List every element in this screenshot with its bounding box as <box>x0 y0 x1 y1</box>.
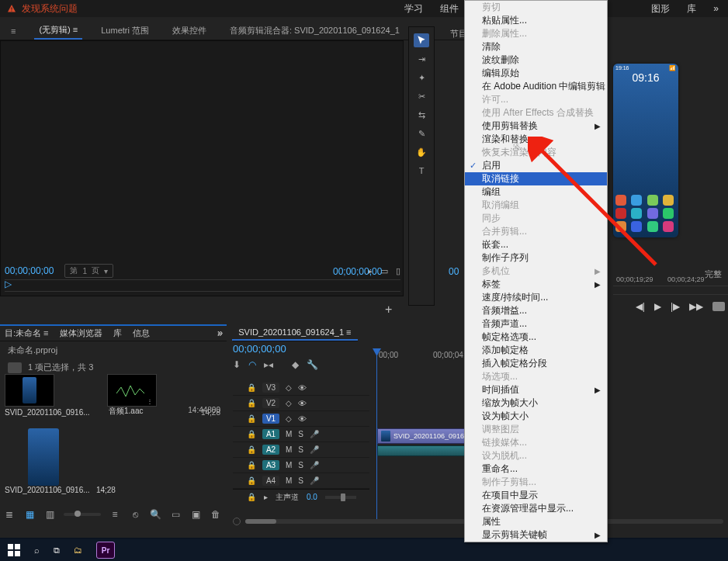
lock-icon[interactable]: 🔒 <box>247 476 256 485</box>
lock-icon[interactable]: 🔒 <box>247 461 256 469</box>
project-item-thumb-large[interactable] <box>28 428 59 486</box>
project-item-thumb[interactable]: ⋮ <box>107 374 157 407</box>
next-edit-icon[interactable]: ▶▶ <box>689 301 703 312</box>
marker-icon[interactable]: ◆ <box>292 359 299 370</box>
menu-item[interactable]: 清除 <box>465 40 607 54</box>
task-view-icon[interactable]: ⧉ <box>54 545 60 556</box>
program-ruler[interactable]: 00;00;19;29 00;00;24;29 <box>613 286 728 295</box>
selection-tool-icon[interactable] <box>414 33 429 47</box>
lock-icon[interactable]: 🔒 <box>247 399 256 407</box>
tab-no-clip[interactable]: (无剪辑) ≡ <box>34 22 82 40</box>
search-icon[interactable]: ⌕ <box>34 545 40 555</box>
sort-icon[interactable]: ≡ <box>109 509 121 520</box>
lock-icon[interactable]: 🔒 <box>247 414 256 423</box>
project-item-label[interactable]: SVID_20201106_0916... <box>5 408 90 417</box>
track-header-a1[interactable]: 🔒A1MS🎤 <box>233 427 369 442</box>
tab-chevron-icon[interactable]: ≡ <box>6 24 20 38</box>
menu-item[interactable]: 渲染和替换... <box>465 133 607 146</box>
menu-item[interactable]: 标签▶ <box>465 278 607 291</box>
linked-selection-icon[interactable]: ▸◂ <box>264 359 273 370</box>
menu-item[interactable]: 编组 <box>465 185 607 199</box>
menu-item[interactable]: 音频声道... <box>465 317 607 331</box>
start-button-icon[interactable] <box>8 544 20 556</box>
freeform-view-icon[interactable]: ▥ <box>43 509 56 520</box>
menu-item[interactable]: 在资源管理器中显示... <box>465 502 607 515</box>
lock-icon[interactable]: 🔒 <box>247 383 256 392</box>
menu-item[interactable]: 重命名... <box>465 462 607 476</box>
zoom-slider[interactable] <box>64 513 101 516</box>
tab-audio-mixer[interactable]: 音频剪辑混合器: SVID_20201106_091624_1 <box>225 23 404 39</box>
menu-item[interactable]: 在项目中显示 <box>465 489 607 502</box>
timeline-chevron-icon[interactable]: » <box>217 327 223 338</box>
menu-assembly[interactable]: 组件 <box>440 2 459 16</box>
lock-icon[interactable]: 🔒 <box>247 445 256 454</box>
hand-tool-icon[interactable]: ✋ <box>414 145 429 159</box>
track-header-v2[interactable]: 🔒V2◇👁 <box>233 396 369 411</box>
eye-icon[interactable]: 👁 <box>298 399 307 408</box>
program-timecode-left[interactable]: 00;00;00;00 <box>333 266 382 277</box>
step-back-icon[interactable]: ◀| <box>636 301 645 312</box>
track-header-v1[interactable]: 🔒V1◇👁 <box>233 411 369 427</box>
menu-item[interactable]: 音频增益... <box>465 304 607 317</box>
menu-item[interactable]: 取消链接 <box>465 172 607 185</box>
settings-icon[interactable]: 🔧 <box>307 359 318 370</box>
track-header-master[interactable]: 🔒▸主声道0.0 <box>233 489 369 504</box>
add-button-icon[interactable]: + <box>385 303 392 317</box>
menu-item[interactable]: 属性 <box>465 515 607 528</box>
find-icon[interactable]: 🔍 <box>149 509 161 520</box>
menu-item[interactable]: 粘贴属性... <box>465 14 607 27</box>
track-select-tool-icon[interactable]: ⇥ <box>414 52 429 66</box>
menu-graphics[interactable]: 图形 <box>651 2 670 16</box>
ripple-tool-icon[interactable]: ✦ <box>414 71 429 85</box>
export-frame-icon[interactable] <box>712 302 725 311</box>
lock-icon[interactable]: 🔒 <box>247 493 256 501</box>
track-header-a4[interactable]: 🔒A4MS🎤 <box>233 473 369 489</box>
slip-tool-icon[interactable]: ⇆ <box>414 108 429 122</box>
eye-icon[interactable]: 👁 <box>298 383 307 393</box>
mic-icon[interactable]: 🎤 <box>310 430 319 438</box>
program-fit-label[interactable]: 完整 <box>705 268 722 280</box>
premiere-taskbar-icon[interactable]: Pr <box>96 542 115 559</box>
project-item-label[interactable]: 音频1.aac <box>109 406 143 417</box>
overwrite-icon[interactable]: ▯ <box>396 266 400 276</box>
file-explorer-icon[interactable]: 🗂 <box>74 545 82 555</box>
menu-more-icon[interactable]: » <box>713 3 719 14</box>
master-volume-slider[interactable] <box>325 496 356 499</box>
tab-effect-controls[interactable]: 效果控件 <box>168 23 211 39</box>
timeline-sequence-tab[interactable]: SVID_20201106_091624_1 ≡ <box>232 325 357 341</box>
track-header-a3[interactable]: 🔒A3MS🎤 <box>233 458 369 473</box>
menu-item[interactable]: 启用✓ <box>465 159 607 172</box>
new-item-icon[interactable]: ▣ <box>189 509 202 520</box>
menu-item[interactable]: 波纹删除 <box>465 54 607 67</box>
menu-item[interactable]: 添加帧定格 <box>465 344 607 357</box>
play-icon[interactable]: ▶ <box>654 301 661 312</box>
mic-icon[interactable]: 🎤 <box>310 445 319 454</box>
menu-item[interactable]: 速度/持续时间... <box>465 291 607 304</box>
mic-icon[interactable]: 🎤 <box>310 476 319 485</box>
timeline-timecode[interactable]: 00;00;00;00 <box>233 343 286 355</box>
tab-lumetri[interactable]: Lumetri 范围 <box>96 23 154 39</box>
lock-icon[interactable]: 🔒 <box>247 430 256 438</box>
eye-icon[interactable]: 👁 <box>298 414 307 424</box>
tab-library[interactable]: 库 <box>113 327 122 339</box>
menu-item[interactable]: 显示剪辑关键帧▶ <box>465 528 607 542</box>
bin-icon[interactable] <box>8 362 22 373</box>
menu-item[interactable]: 缩放为帧大小 <box>465 397 607 410</box>
razor-tool-icon[interactable]: ✂ <box>414 89 429 103</box>
source-ruler[interactable]: ▷ <box>5 279 400 292</box>
menu-item[interactable]: 嵌套... <box>465 238 607 251</box>
menu-study[interactable]: 学习 <box>404 2 423 16</box>
menu-item[interactable]: 时间插值▶ <box>465 383 607 397</box>
zoom-handle-left[interactable] <box>233 518 241 525</box>
tab-project[interactable]: 目:未命名 ≡ <box>5 327 49 339</box>
source-timecode[interactable]: 00;00;00;00 <box>5 265 54 276</box>
track-header-v3[interactable]: 🔒V3◇👁 <box>233 380 369 396</box>
menu-item[interactable]: 设为帧大小 <box>465 410 607 423</box>
menu-item[interactable]: 使用剪辑替换▶ <box>465 119 607 133</box>
program-timecode-small[interactable]: 00 <box>449 266 459 277</box>
trash-icon[interactable]: 🗑 <box>210 509 222 520</box>
tab-info[interactable]: 信息 <box>133 327 150 339</box>
new-bin-icon[interactable]: ▭ <box>169 509 182 520</box>
menu-item[interactable]: 在 Adobe Audition 中编辑剪辑 <box>465 80 607 93</box>
automate-icon[interactable]: ⎋ <box>129 509 141 520</box>
